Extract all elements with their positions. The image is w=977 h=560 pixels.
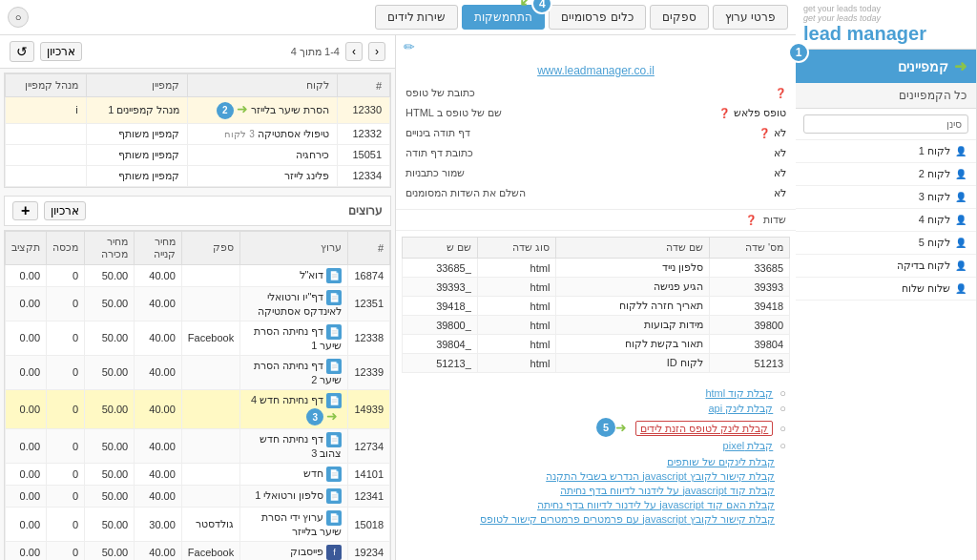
prod-buy-9: 40.00 <box>135 542 182 561</box>
prod-num-7: 12341 <box>348 486 390 508</box>
nav-next[interactable]: › <box>345 42 363 61</box>
extra-link-3[interactable]: קבלת האם קוד javascript על לידנור לדיווח… <box>405 499 786 513</box>
fields-row-5[interactable]: 51213 לקוח ID html _51213 <box>403 354 790 373</box>
website-link[interactable]: www.leadmanager.co.il <box>537 64 655 77</box>
nav-prev[interactable]: ‹ <box>368 42 385 61</box>
person-icon-5: 👤 <box>955 260 967 271</box>
person-icon-2: 👤 <box>955 192 967 202</box>
products-add[interactable]: + <box>12 201 38 220</box>
camp-client-0: הסרת שיער בלייזר ➜ 2 <box>188 97 338 124</box>
camp-campaign-1: קמפיין משותף <box>86 123 188 144</box>
prod-col-num: # <box>348 231 390 264</box>
sidebar-item-4[interactable]: 👤 לקוח 5 <box>796 232 976 255</box>
field-type-0: html <box>477 259 556 278</box>
product-row-6[interactable]: 14101 📄חדש 40.00 50.00 0 0.00 <box>6 464 390 486</box>
right-panel: ‹ › 1-4 מתוך 4 ארכיון ↺ # לקוח <box>0 35 395 560</box>
doc-icon-1: 📄 <box>326 290 342 305</box>
person-icon-4: 👤 <box>955 238 967 248</box>
form-value-2: לא ❓ <box>759 127 786 139</box>
product-row-2[interactable]: 12338 📄דף נחיתה הסרת שיער 1 Facebook 40.… <box>6 321 390 355</box>
prod-col-quota: מכסה <box>47 231 85 264</box>
sidebar-item-0[interactable]: 👤 לקוח 1 <box>796 140 976 163</box>
archive-button[interactable]: ארכיון <box>40 42 82 61</box>
sidebar-item-1[interactable]: 👤 לקוח 2 <box>796 163 976 186</box>
extra-link-2[interactable]: קבלת קוד javascript על לידנור לדיווח בדף… <box>405 485 786 499</box>
badge-2: 2 <box>217 102 234 119</box>
col-num: מס' שדה <box>709 238 789 259</box>
camp-client-3: פלינג לייזר <box>188 165 338 186</box>
extra-link-4[interactable]: קבלת קישור לקובץ javascript עם פרמטרים פ… <box>405 513 786 528</box>
link-pixel[interactable]: קבלת pixel <box>723 438 774 453</box>
prod-supplier-3 <box>181 355 239 389</box>
form-value-1: טופס פלאש ❓ <box>718 107 786 119</box>
help-icon-0[interactable]: ❓ <box>775 88 786 98</box>
sidebar-items-list: 👤 לקוח 1 👤 לקוח 2 👤 לקוח 3 👤 לקוח 4 👤 לק… <box>796 140 976 560</box>
form-row-0: ❓ כתובת של טופס <box>405 83 786 103</box>
link-html[interactable]: קבלת קוד html <box>705 385 773 401</box>
person-icon-6: 👤 <box>955 283 967 294</box>
product-row-9[interactable]: 19234 fפייסבוק Facebook 40.00 50.00 0 0.… <box>6 542 390 561</box>
help-icon-2[interactable]: ❓ <box>759 128 770 138</box>
bullet-0: ○ <box>780 387 786 399</box>
tab-kelim[interactable]: כלים פרסומיים <box>549 5 645 30</box>
sidebar-search-input[interactable] <box>803 114 968 134</box>
campaign-row-0[interactable]: 12330 הסרת שיער בלייזר ➜ 2 מנהל קמפיינים… <box>6 97 390 124</box>
sidebar-item-5[interactable]: 👤 לקוח בדיקה <box>796 255 976 278</box>
fields-row-3[interactable]: 39800 מידות קבועות html _39800 <box>403 316 790 335</box>
fields-row-0[interactable]: 33685 סלפון נייד html _33685 <box>403 259 790 278</box>
link-lids[interactable]: קבלת לינק לטופס הזנת לידים <box>635 421 773 436</box>
product-row-8[interactable]: 15018 📄ערוץ ידי הסרת שיער בלייזר גולדסטר… <box>6 508 390 542</box>
prod-num-1: 12351 <box>348 286 390 321</box>
sidebar-item-label-5: לקוח בדיקה <box>897 259 950 272</box>
field-short-0: _33685 <box>403 259 478 278</box>
prod-supplier-4 <box>181 389 239 429</box>
camp-num-1: 12332 <box>337 123 389 144</box>
tab-partiervutz[interactable]: פרטי ערוץ <box>713 5 788 30</box>
product-row-0[interactable]: 16874 📄דוא"ל 40.00 50.00 0 0.00 <box>6 264 390 286</box>
extra-link-0[interactable]: קבלת לינקים של שותפים <box>405 456 786 470</box>
prod-buy-8: 30.00 <box>135 508 182 542</box>
field-name-0: סלפון נייד <box>556 259 709 278</box>
prod-budget-3: 0.00 <box>6 355 47 389</box>
form-label-1: שם של טופס ב HTML <box>405 107 502 119</box>
sidebar-item-2[interactable]: 👤 לקוח 3 <box>796 186 976 209</box>
prod-quota-1: 0 <box>47 286 85 321</box>
campaign-row-2[interactable]: 15051 כירחגיה קמפיין משותף <box>6 144 390 165</box>
prod-budget-4: 0.00 <box>6 389 47 429</box>
tab-spakeem[interactable]: ספקים <box>650 5 709 30</box>
form-label-2: דף תודה בינויים <box>405 127 470 139</box>
field-short-5: _51213 <box>403 354 478 373</box>
fields-row-2[interactable]: 39418 תאריך חזרה ללקוח html _39418 <box>403 297 790 316</box>
camp-num-2: 15051 <box>337 144 389 165</box>
product-row-1[interactable]: 12351 📄דף"יו ורטואלי לאינדקס אסתטיקה 40.… <box>6 286 390 321</box>
sidebar-item-label-4: לקוח 5 <box>919 237 950 249</box>
campaign-row-3[interactable]: 12334 פלינג לייזר קמפיין משותף <box>6 165 390 186</box>
link-group-1: ○ קבלת לינק api <box>405 403 786 415</box>
fields-row-1[interactable]: 39393 הגיע פנישה html _39393 <box>403 278 790 297</box>
link-api[interactable]: קבלת לינק api <box>708 401 773 416</box>
help-icon-1[interactable]: ❓ <box>718 108 730 118</box>
sidebar-item-6[interactable]: 👤 שלוח שלוח <box>796 278 976 301</box>
sidebar-item-3[interactable]: 👤 לקוח 4 <box>796 209 976 232</box>
campaign-row-1[interactable]: 12332 טיפולי אסתטיקה 3 לקוח קמפיין משותף <box>6 123 390 144</box>
extra-link-1[interactable]: קבלת קישור לקובץ javascript הנדרש בשביל … <box>405 470 786 485</box>
product-row-7[interactable]: 12341 📄סלפון ורטואלי 1 40.00 50.00 0 0.0… <box>6 486 390 508</box>
tab-shirut[interactable]: שירות לידים <box>375 5 458 30</box>
main-content: פרטי ערוץ ספקים כלים פרסומיים התחמשקות 4… <box>0 0 796 560</box>
form-toggle-button[interactable]: ○ <box>8 7 29 28</box>
products-archive[interactable]: ארכיון <box>44 201 86 220</box>
form-label-3: כתובת דף תודה <box>405 147 473 159</box>
prod-sell-2: 50.00 <box>85 321 135 355</box>
prod-col-sell: מחיר מכירה <box>85 231 135 264</box>
product-row-5[interactable]: 12734 📄דף נחיתה חדש צהוב 3 40.00 50.00 0… <box>6 429 390 464</box>
field-short-2: _39418 <box>403 297 478 316</box>
fields-row-4[interactable]: 39804 תאור בקשת לקוח html _39804 <box>403 335 790 354</box>
prod-budget-6: 0.00 <box>6 464 47 486</box>
field-type-1: html <box>477 278 556 297</box>
product-row-4[interactable]: 14939 📄דף נחיתה חדש 4 ➜ 3 40.00 50.00 0 … <box>6 389 390 429</box>
edit-pencil-icon[interactable]: ✏ <box>404 39 415 54</box>
refresh-button[interactable]: ↺ <box>10 41 34 62</box>
fields-help-icon[interactable]: ❓ <box>745 215 757 225</box>
product-row-3[interactable]: 12339 📄דף נחיתה הסרת שיער 2 40.00 50.00 … <box>6 355 390 389</box>
doc-icon-6: 📄 <box>326 467 342 482</box>
